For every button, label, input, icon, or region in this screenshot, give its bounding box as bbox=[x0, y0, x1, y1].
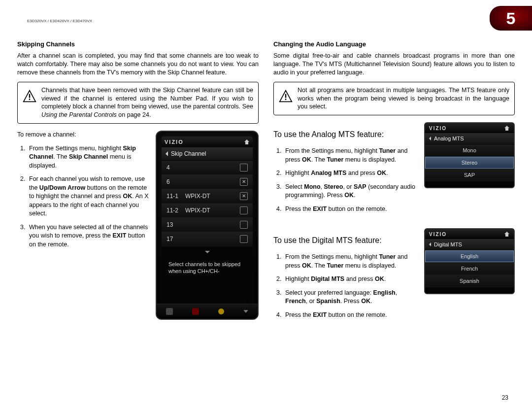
chevron-down-icon bbox=[243, 310, 248, 313]
checkbox-icon bbox=[240, 164, 248, 171]
footer-icon bbox=[218, 308, 224, 314]
screenshot-analog-mts: VIZIO Analog MTS Mono Stereo SAP bbox=[424, 122, 515, 188]
brand-label: VIZIO bbox=[429, 232, 447, 237]
heading-audio-language: Changing the Audio Language bbox=[273, 40, 515, 48]
back-arrow-icon bbox=[429, 137, 431, 140]
intro-audio: Some digital free-to-air and cable chann… bbox=[273, 52, 515, 77]
step-2: Highlight Digital MTS and press OK. bbox=[283, 275, 416, 284]
home-icon bbox=[504, 125, 510, 131]
svg-rect-1 bbox=[29, 94, 30, 98]
right-column: Changing the Audio Language Some digital… bbox=[273, 40, 515, 324]
warning-icon bbox=[279, 89, 293, 103]
analog-mts-label: To use the Analog MTS feature: bbox=[273, 130, 416, 139]
svg-rect-2 bbox=[29, 99, 30, 100]
svg-marker-8 bbox=[504, 232, 509, 237]
checkbox-checked-icon: ✕ bbox=[240, 192, 248, 200]
model-numbers: E3D320VX / E3D420VX / E3D470VX bbox=[27, 19, 92, 23]
breadcrumb-label: Digital MTS bbox=[434, 241, 462, 247]
analog-mts-steps: From the Settings menu, highlight Tuner … bbox=[273, 147, 416, 213]
page-number: 23 bbox=[502, 394, 508, 401]
option-row: Mono bbox=[425, 144, 514, 157]
channel-row: 17 bbox=[162, 232, 253, 246]
option-row: SAP bbox=[425, 169, 514, 181]
option-row-selected: English bbox=[425, 250, 514, 263]
option-row-selected: Stereo bbox=[425, 157, 514, 169]
footer-icon bbox=[192, 308, 199, 315]
channel-list: 4 6 ✕ 11-1WPIX-DT ✕ 11-2WPIX-DT bbox=[162, 161, 253, 257]
channel-row: 13 bbox=[162, 218, 253, 232]
info-skip-channel: Channels that have been removed with the… bbox=[17, 82, 259, 124]
step-1: From the Settings menu, highlight Skip C… bbox=[27, 144, 149, 171]
digital-mts-steps: From the Settings menu, highlight Tuner … bbox=[273, 253, 416, 319]
step-4: Press the EXIT button on the remote. bbox=[283, 205, 416, 214]
breadcrumb-label: Skip Channel bbox=[171, 150, 206, 157]
brand-label: VIZIO bbox=[165, 139, 184, 145]
checkbox-checked-icon: ✕ bbox=[240, 178, 248, 186]
warning-icon bbox=[23, 89, 36, 103]
info-text: Channels that have been removed with the… bbox=[41, 86, 253, 120]
breadcrumb-label: Analog MTS bbox=[434, 136, 464, 141]
left-column: Skipping Channels After a channel scan i… bbox=[17, 40, 259, 320]
channel-row: 4 bbox=[162, 161, 253, 175]
svg-rect-6 bbox=[285, 99, 286, 100]
chevron-down-icon bbox=[205, 251, 210, 253]
channel-row: 6 ✕ bbox=[162, 175, 253, 189]
info-text: Not all programs are broadcast in multip… bbox=[298, 86, 509, 111]
option-row: Spanish bbox=[425, 275, 514, 287]
chapter-number: 5 bbox=[490, 6, 532, 31]
step-2: For each channel you wish to remove, use… bbox=[27, 175, 149, 218]
step-4: Press the EXIT button on the remote. bbox=[283, 311, 416, 320]
option-row: French bbox=[425, 263, 514, 275]
info-mts: Not all programs are broadcast in multip… bbox=[273, 82, 515, 116]
svg-marker-7 bbox=[504, 126, 509, 131]
step-3: Select your preferred language: English,… bbox=[283, 289, 416, 306]
screenshot-footer bbox=[157, 304, 258, 319]
screenshot-skip-channel: VIZIO Skip Channel 4 bbox=[156, 131, 259, 320]
hint-text: Select channels to be skipped when using… bbox=[168, 261, 246, 275]
channel-row: 11-2WPIX-DT bbox=[162, 204, 253, 218]
step-3: When you have selected all of the channe… bbox=[27, 223, 149, 249]
brand-label: VIZIO bbox=[429, 126, 447, 131]
screenshot-digital-mts: VIZIO Digital MTS English French Spanish bbox=[424, 228, 515, 294]
digital-mts-label: To use the Digital MTS feature: bbox=[273, 236, 416, 245]
heading-skipping-channels: Skipping Channels bbox=[17, 40, 259, 48]
back-arrow-icon bbox=[166, 151, 168, 156]
home-icon bbox=[504, 231, 510, 237]
channel-row: 11-1WPIX-DT ✕ bbox=[162, 189, 253, 204]
svg-marker-3 bbox=[244, 139, 249, 144]
step-1: From the Settings menu, highlight Tuner … bbox=[283, 147, 416, 164]
remove-channel-label: To remove a channel: bbox=[17, 131, 149, 139]
checkbox-icon bbox=[240, 206, 248, 214]
remove-channel-steps: From the Settings menu, highlight Skip C… bbox=[17, 144, 149, 249]
checkbox-icon bbox=[240, 221, 248, 229]
home-icon bbox=[244, 139, 250, 145]
step-3: Select Mono, Stereo, or SAP (secondary a… bbox=[283, 183, 416, 200]
svg-rect-5 bbox=[285, 94, 286, 98]
footer-icon bbox=[166, 308, 173, 315]
back-arrow-icon bbox=[429, 242, 431, 246]
step-1: From the Settings menu, highlight Tuner … bbox=[283, 253, 416, 270]
intro-skipping: After a channel scan is completed, you m… bbox=[17, 52, 259, 77]
checkbox-icon bbox=[240, 235, 248, 243]
step-2: Highlight Analog MTS and press OK. bbox=[283, 169, 416, 178]
